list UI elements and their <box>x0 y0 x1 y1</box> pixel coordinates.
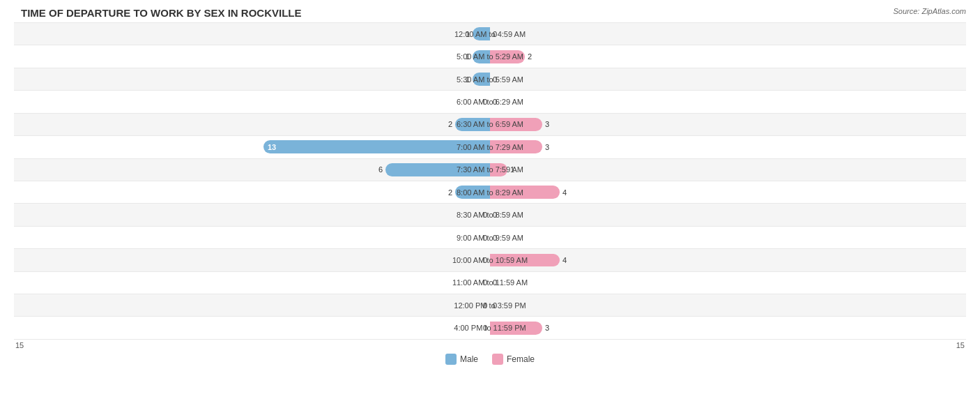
male-bar: 6 <box>385 163 490 176</box>
male-value: 0 <box>483 278 487 287</box>
female-value: 2 <box>528 52 532 61</box>
table-row: 0 9:00 AM to 9:59 AM 0 <box>14 226 966 248</box>
chart-container: TIME OF DEPARTURE TO WORK BY SEX IN ROCK… <box>0 0 980 415</box>
axis-left: 15 <box>15 341 24 349</box>
female-section: 0 <box>490 68 966 90</box>
female-section: 4 <box>490 249 966 271</box>
female-value: 0 <box>493 75 497 84</box>
male-section: 0 <box>14 272 490 294</box>
male-bar: 2 <box>455 186 490 199</box>
male-section: 0 <box>14 204 490 225</box>
row-wrapper: 0 8:30 AM to 8:59 AM 0 <box>14 204 966 225</box>
axis-labels: 15 15 <box>14 341 966 349</box>
row-wrapper: 2 8:00 AM to 8:29 AM 4 <box>14 181 966 203</box>
female-value: 3 <box>545 143 549 151</box>
female-value: 0 <box>493 234 497 242</box>
male-value: 2 <box>448 188 452 197</box>
table-row: 0 8:30 AM to 8:59 AM 0 <box>14 203 966 225</box>
male-section: 0 <box>14 294 490 316</box>
female-legend-box <box>492 354 503 365</box>
row-wrapper: 0 6:00 AM to 6:29 AM 0 <box>14 91 966 112</box>
male-value: 0 <box>483 211 487 219</box>
chart-area: 1 12:00 AM to 4:59 AM 0 1 5:00 AM to 5:2… <box>14 22 966 361</box>
rows-container: 1 12:00 AM to 4:59 AM 0 1 5:00 AM to 5:2… <box>14 22 966 340</box>
male-section: 2 <box>14 181 490 203</box>
female-bar: 4 <box>490 254 560 267</box>
female-value: 4 <box>562 188 567 197</box>
table-row: 0 12:00 PM to 3:59 PM 0 <box>14 294 966 316</box>
row-wrapper: 0 11:00 AM to 11:59 AM 0 <box>14 272 966 294</box>
male-bar: 13 <box>263 140 490 153</box>
male-section: 1 <box>14 68 490 90</box>
male-value: 1 <box>466 30 470 38</box>
row-wrapper: 1 12:00 AM to 4:59 AM 0 <box>14 23 966 45</box>
female-bar: 3 <box>490 118 542 131</box>
female-bar: 4 <box>490 186 560 199</box>
male-bar: 1 <box>473 27 490 40</box>
female-section: 4 <box>490 181 966 203</box>
male-section: 1 <box>14 45 490 67</box>
female-section: 0 <box>490 227 966 248</box>
male-section: 1 <box>14 23 490 45</box>
legend-male: Male <box>445 354 478 365</box>
male-section: 0 <box>14 227 490 248</box>
male-section: 0 <box>14 91 490 112</box>
female-section: 2 <box>490 45 966 67</box>
male-section: 13 <box>14 136 490 158</box>
male-value-inline: 13 <box>268 143 276 151</box>
female-value: 0 <box>493 98 497 106</box>
male-bar: 1 <box>473 50 490 63</box>
female-value: 1 <box>510 165 514 174</box>
legend-female: Female <box>492 354 535 365</box>
source-label: Source: ZipAtlas.com <box>893 7 966 15</box>
row-wrapper: 1 5:00 AM to 5:29 AM 2 <box>14 45 966 67</box>
chart-title: TIME OF DEPARTURE TO WORK BY SEX IN ROCK… <box>14 7 966 19</box>
male-label: Male <box>460 354 478 364</box>
female-value: 0 <box>493 278 497 287</box>
male-value: 1 <box>466 52 470 61</box>
female-label: Female <box>507 354 535 364</box>
female-section: 1 <box>490 159 966 181</box>
female-section: 0 <box>490 294 966 316</box>
female-section: 0 <box>490 272 966 294</box>
table-row: 1 5:00 AM to 5:29 AM 2 <box>14 45 966 67</box>
table-row: 6 7:30 AM to 7:59 AM 1 <box>14 158 966 181</box>
table-row: 0 10:00 AM to 10:59 AM 4 <box>14 248 966 271</box>
female-value: 3 <box>545 120 549 128</box>
row-wrapper: 2 6:30 AM to 6:59 AM 3 <box>14 114 966 135</box>
male-bar: 1 <box>473 73 490 86</box>
legend: Male Female <box>14 354 966 365</box>
row-wrapper: 13 7:00 AM to 7:29 AM 3 <box>14 136 966 158</box>
table-row: 13 7:00 AM to 7:29 AM 3 <box>14 135 966 158</box>
table-row: 0 11:00 AM to 11:59 AM 0 <box>14 271 966 294</box>
table-row: 0 6:00 AM to 6:29 AM 0 <box>14 90 966 112</box>
row-wrapper: 0 4:00 PM to 11:59 PM 3 <box>14 317 966 338</box>
table-row: 2 8:00 AM to 8:29 AM 4 <box>14 181 966 203</box>
male-value: 0 <box>483 98 487 106</box>
male-value: 0 <box>483 301 487 310</box>
female-value: 4 <box>562 256 567 264</box>
male-bar: 2 <box>455 118 490 131</box>
male-legend-box <box>445 354 457 365</box>
male-section: 0 <box>14 249 490 271</box>
male-value: 1 <box>466 75 470 84</box>
male-value: 0 <box>483 256 487 264</box>
table-row: 0 4:00 PM to 11:59 PM 3 <box>14 316 966 339</box>
female-value: 0 <box>493 301 497 310</box>
row-wrapper: 6 7:30 AM to 7:59 AM 1 <box>14 159 966 181</box>
table-row: 1 12:00 AM to 4:59 AM 0 <box>14 22 966 45</box>
male-value: 0 <box>483 324 487 332</box>
male-section: 0 <box>14 317 490 338</box>
male-value: 0 <box>483 234 487 242</box>
row-wrapper: 0 10:00 AM to 10:59 AM 4 <box>14 249 966 271</box>
male-section: 6 <box>14 159 490 181</box>
row-wrapper: 1 5:30 AM to 5:59 AM 0 <box>14 68 966 90</box>
female-section: 3 <box>490 114 966 135</box>
table-row: 1 5:30 AM to 5:59 AM 0 <box>14 68 966 90</box>
male-section: 2 <box>14 114 490 135</box>
row-wrapper: 0 12:00 PM to 3:59 PM 0 <box>14 294 966 316</box>
female-bar: 1 <box>490 163 507 176</box>
female-bar: 2 <box>490 50 525 63</box>
female-section: 0 <box>490 23 966 45</box>
female-bar: 3 <box>490 140 542 153</box>
